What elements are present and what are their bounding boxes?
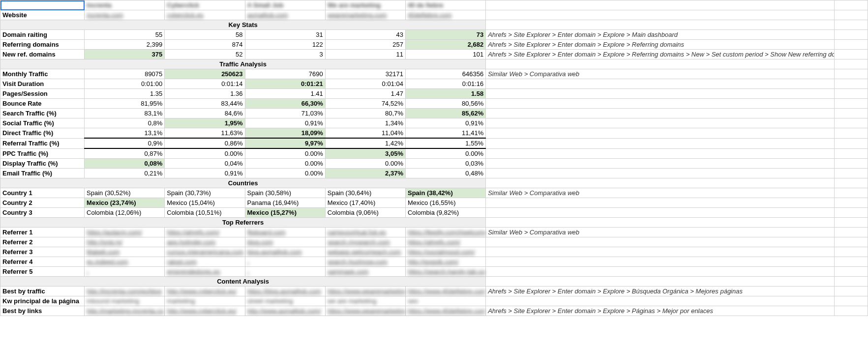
link-cell[interactable]: app.holinder.com (165, 237, 245, 247)
link-cell[interactable]: https://www.40defiebre.com (405, 287, 485, 296)
link-cell[interactable]: cursos.interamericana.com (165, 247, 245, 257)
data-cell[interactable]: 0,87% (85, 148, 165, 159)
link-cell[interactable]: http://gogoib.com/ (405, 257, 485, 267)
link-cell[interactable]: https://aulacm.com/ (85, 228, 165, 237)
row-label[interactable]: Social Traffic (%) (0, 118, 85, 128)
row-label[interactable]: Referrer 4 (0, 257, 85, 267)
link-cell[interactable]: http://increnta.com/es/blog (85, 287, 165, 296)
data-cell[interactable]: 0:01:04 (325, 79, 405, 89)
row-label[interactable]: Direct Traffic (%) (0, 128, 85, 139)
data-cell[interactable]: 122 (245, 40, 325, 50)
data-cell[interactable]: 1,34% (325, 118, 405, 128)
row-label[interactable]: Referral Traffic (%) (0, 138, 85, 148)
row-label[interactable]: Search Traffic (%) (0, 109, 85, 118)
data-cell[interactable]: 32171 (325, 69, 405, 79)
data-cell[interactable]: 52 (165, 50, 245, 59)
data-cell[interactable]: 0,03% (405, 159, 485, 169)
data-cell[interactable]: we are marketing (325, 296, 405, 306)
data-cell[interactable]: Colombia (12,06%) (85, 208, 165, 218)
column-header[interactable]: Cyberclick (165, 0, 245, 10)
data-cell[interactable]: Mexico (15,04%) (165, 198, 245, 208)
data-cell[interactable]: 0.00% (245, 159, 325, 169)
data-cell[interactable]: 85,62% (405, 109, 485, 118)
row-label[interactable]: Best by traffic (0, 287, 85, 296)
data-cell[interactable]: 66,30% (245, 99, 325, 109)
link-cell[interactable]: blog.asmalljob.com (245, 247, 325, 257)
data-cell[interactable]: 0,04% (165, 159, 245, 169)
data-cell[interactable]: 874 (165, 40, 245, 50)
data-cell[interactable]: 0,9% (85, 138, 165, 148)
data-cell[interactable]: 73 (405, 30, 485, 40)
row-label[interactable]: Pages/Session (0, 89, 85, 99)
data-cell[interactable]: 0,91% (165, 169, 245, 178)
data-cell[interactable]: Colombia (10,51%) (165, 208, 245, 218)
data-cell[interactable]: Spain (38,42%) (405, 188, 485, 198)
website-link[interactable]: cyberclick.es (165, 10, 245, 20)
data-cell[interactable]: 2,37% (325, 169, 405, 178)
data-cell[interactable]: 2,399 (85, 40, 165, 50)
link-cell[interactable]: webapp.welcomeach.com (325, 247, 405, 257)
data-cell[interactable]: 31 (245, 30, 325, 40)
row-label[interactable]: Best by links (0, 306, 85, 316)
data-cell[interactable]: 0:01:21 (245, 79, 325, 89)
row-label[interactable]: Referrer 3 (0, 247, 85, 257)
row-label[interactable]: Email Traffic (%) (0, 169, 85, 178)
link-cell[interactable]: http://marketing.increnta.co (85, 306, 165, 316)
link-cell[interactable]: http://www.cyberclick.es/ (165, 287, 245, 296)
data-cell[interactable]: 0.00% (245, 169, 325, 178)
column-header[interactable]: We are marketing (325, 0, 405, 10)
data-cell[interactable]: 1,42% (325, 138, 405, 148)
link-cell[interactable]: http://www.cyberclick.es/ (165, 306, 245, 316)
data-cell[interactable]: 1.58 (405, 89, 485, 99)
row-label[interactable]: Bounce Rate (0, 99, 85, 109)
data-cell[interactable]: 3 (245, 50, 325, 59)
link-cell[interactable]: https://www.wearemarketing (325, 306, 405, 316)
link-cell[interactable]: search.hushnow.com (325, 257, 405, 267)
data-cell[interactable]: 43 (325, 30, 405, 40)
data-cell[interactable]: 74,52% (325, 99, 405, 109)
link-cell[interactable]: https://blog.asmalljob.com (245, 287, 325, 296)
data-cell[interactable]: 7690 (245, 69, 325, 79)
data-cell[interactable]: 11,04% (325, 128, 405, 139)
website-link[interactable]: 40defiebre.com (405, 10, 485, 20)
data-cell[interactable]: marketing (165, 296, 245, 306)
data-cell[interactable]: 646356 (405, 69, 485, 79)
link-cell[interactable]: es.indeed.com (85, 257, 165, 267)
link-cell[interactable]: ralopt.com (165, 257, 245, 267)
data-cell[interactable]: 0:01:00 (85, 79, 165, 89)
data-cell[interactable]: Mexico (17,40%) (325, 198, 405, 208)
data-cell[interactable]: 84,6% (165, 109, 245, 118)
data-cell[interactable]: 89075 (85, 69, 165, 79)
data-cell[interactable]: 0,21% (85, 169, 165, 178)
data-cell[interactable]: 0,8% (85, 118, 165, 128)
data-cell[interactable]: Spain (30,64%) (325, 188, 405, 198)
data-cell[interactable]: 18,09% (245, 128, 325, 139)
website-link[interactable]: asmalljob.com (245, 10, 325, 20)
data-cell[interactable]: 0,08% (85, 159, 165, 169)
data-cell[interactable]: 257 (325, 40, 405, 50)
data-cell[interactable]: 13,1% (85, 128, 165, 139)
link-cell[interactable]: https://feedly.com/i/welcome (405, 228, 485, 237)
website-link[interactable]: wearemarketing.com (325, 10, 405, 20)
data-cell[interactable]: 0,91% (245, 118, 325, 128)
data-cell[interactable]: Mexico (23,74%) (85, 198, 165, 208)
link-cell[interactable]: campusvirtual.fub.es (325, 228, 405, 237)
data-cell[interactable]: Spain (30,58%) (245, 188, 325, 198)
link-cell[interactable]: https://socialmood.com/ (405, 247, 485, 257)
data-cell[interactable]: 80,7% (325, 109, 405, 118)
row-label[interactable]: Referrer 5 (0, 267, 85, 277)
data-cell[interactable]: 1.36 (165, 89, 245, 99)
row-label[interactable]: Display Traffic (%) (0, 159, 85, 169)
link-cell[interactable]: https://ahrefs.com/ (165, 228, 245, 237)
data-cell[interactable]: 1.41 (245, 89, 325, 99)
data-cell[interactable]: 0.00% (245, 148, 325, 159)
data-cell[interactable]: 83,1% (85, 109, 165, 118)
link-cell[interactable]: blog.com (245, 237, 325, 247)
data-cell[interactable]: 0,91% (405, 118, 485, 128)
link-cell[interactable]: sammask.com (325, 267, 405, 277)
link-cell[interactable]: - (85, 267, 165, 277)
row-label[interactable]: Domain raiting (0, 30, 85, 40)
data-cell[interactable]: Colombia (9,82%) (405, 208, 485, 218)
data-cell[interactable]: 80,56% (405, 99, 485, 109)
data-cell[interactable]: seo (405, 296, 485, 306)
